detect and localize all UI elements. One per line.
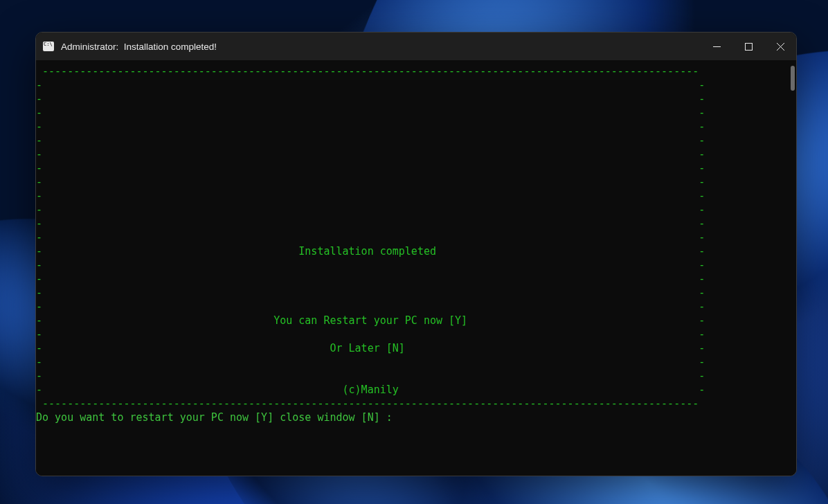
scrollbar-thumb[interactable] <box>791 66 795 91</box>
terminal-body[interactable]: ----------------------------------------… <box>36 60 796 476</box>
minimize-icon <box>713 43 721 51</box>
title-left: Administrator: Installation completed! <box>36 42 217 52</box>
minimize-button[interactable] <box>701 33 732 60</box>
maximize-button[interactable] <box>732 33 764 60</box>
restart-prompt: Do you want to restart your PC now [Y] c… <box>36 411 393 424</box>
ascii-box: ----------------------------------------… <box>36 64 705 411</box>
cmd-icon <box>43 42 54 51</box>
terminal-content: ----------------------------------------… <box>36 64 705 424</box>
window-title: Administrator: Installation completed! <box>61 42 217 52</box>
close-button[interactable] <box>764 33 796 60</box>
maximize-icon <box>745 43 753 51</box>
close-icon <box>777 43 784 51</box>
terminal-window: Administrator: Installation completed! <box>35 32 797 476</box>
svg-rect-1 <box>745 43 752 50</box>
window-controls <box>701 33 796 60</box>
titlebar[interactable]: Administrator: Installation completed! <box>36 33 796 60</box>
